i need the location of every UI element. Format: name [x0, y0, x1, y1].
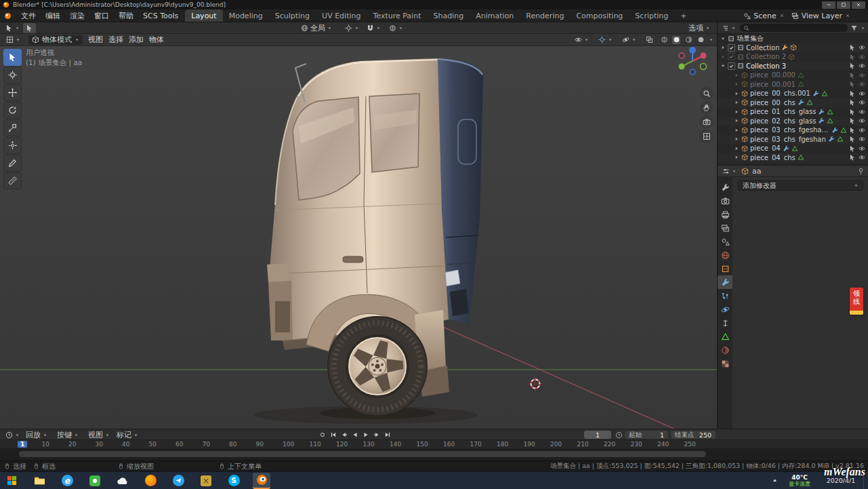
add-modifier-dropdown[interactable]: 添加修改器 [738, 180, 863, 191]
selectable-toggle-icon[interactable] [849, 136, 856, 142]
rotate-tool[interactable] [3, 102, 22, 119]
ruler-frame-label[interactable]: 210 [577, 441, 589, 448]
expand-arrow-icon[interactable] [734, 81, 739, 87]
outliner-row-collection[interactable]: Collection [718, 43, 868, 53]
timeline-menu-keying[interactable]: 按键 [54, 430, 81, 440]
outliner-row-object[interactable]: piece_00.001 [718, 80, 868, 90]
viewport-canvas[interactable] [0, 34, 717, 429]
transform-tool[interactable] [3, 137, 22, 154]
box-select-tool-button[interactable] [23, 23, 36, 33]
jump-to-start-button[interactable] [328, 430, 338, 439]
ruler-frame-label[interactable]: 90 [256, 441, 264, 448]
close-button[interactable] [852, 1, 865, 9]
unlink-scene-icon[interactable] [779, 13, 785, 18]
current-frame-field[interactable]: 1 [584, 431, 611, 439]
outliner-row-object[interactable]: piece_00_chs.001 [718, 89, 868, 98]
viewport-menu-select[interactable]: 选择 [108, 35, 123, 45]
frame-start-field[interactable]: 起始 1 [625, 431, 668, 439]
expand-arrow-icon[interactable] [720, 36, 726, 41]
taskbar-chat-app[interactable] [169, 473, 187, 489]
expand-arrow-icon[interactable] [734, 146, 739, 151]
eye-icon[interactable] [859, 154, 865, 161]
proportional-editing-toggle[interactable] [386, 23, 406, 33]
ruler-frame-label[interactable]: 50 [149, 441, 157, 448]
start-button[interactable] [3, 473, 20, 489]
ruler-frame-label[interactable]: 190 [524, 441, 535, 448]
axis-y-neg-handle[interactable] [701, 64, 707, 70]
outliner-row-object[interactable]: piece_03_chs_fgeshan [718, 135, 868, 144]
outliner-editor-dropdown[interactable] [720, 23, 737, 33]
auto-keying-toggle[interactable] [317, 430, 327, 439]
viewport-menu-object[interactable]: 物体 [149, 35, 164, 45]
selectable-toggle-icon[interactable] [849, 145, 856, 152]
tab-constraints[interactable] [718, 316, 732, 330]
ruler-frame-label[interactable]: 250 [684, 441, 696, 448]
selectable-toggle-icon[interactable] [849, 72, 856, 79]
outliner-row-object[interactable]: piece_04_chs [718, 153, 868, 163]
ruler-frame-label[interactable]: 240 [657, 441, 669, 448]
measure-tool[interactable] [3, 172, 22, 189]
viewport-3d[interactable]: 物体模式 视图 选择 添加 物体 [0, 34, 717, 429]
timeline-editor-dropdown[interactable] [3, 430, 22, 440]
expand-arrow-icon[interactable] [734, 155, 739, 160]
ruler-frame-label[interactable]: 10 [42, 441, 49, 448]
collection-checkbox[interactable] [728, 44, 735, 52]
shading-wireframe-button[interactable] [660, 36, 668, 44]
ruler-frame-label[interactable]: 170 [470, 441, 482, 448]
ruler-frame-label[interactable]: 80 [229, 441, 236, 448]
overlays-dropdown[interactable] [619, 35, 639, 45]
timeline-ruler[interactable]: 1102030405060708090100110120130140150160… [0, 439, 868, 448]
expand-arrow-icon[interactable] [734, 136, 739, 142]
outliner-row-object[interactable]: piece_01_chs_glass [718, 107, 868, 117]
tab-scripting[interactable]: Scripting [629, 9, 674, 22]
snap-toggle[interactable] [364, 23, 384, 33]
ruler-frame-label[interactable]: 200 [550, 441, 562, 448]
eye-icon[interactable] [859, 54, 865, 60]
ruler-frame-label[interactable]: 220 [604, 441, 615, 448]
object-visibility-dropdown[interactable] [572, 35, 592, 45]
expand-arrow-icon[interactable] [734, 118, 739, 123]
collection-checkbox[interactable] [728, 62, 735, 70]
ruler-frame-label[interactable]: 20 [68, 441, 76, 448]
shading-solid-button[interactable] [672, 36, 680, 44]
interaction-mode-dropdown[interactable]: 物体模式 [28, 35, 83, 45]
menu-file[interactable]: 文件 [21, 11, 36, 21]
outliner-search-input[interactable] [751, 24, 844, 32]
outliner-row-collection-3[interactable]: Collection 3 [718, 62, 868, 71]
menu-scs-tools[interactable]: SCS Tools [143, 12, 178, 20]
tool-options-dropdown[interactable]: 选项 [686, 23, 713, 33]
pin-icon[interactable] [857, 168, 865, 175]
ruler-frame-label[interactable]: 150 [417, 441, 428, 448]
cursor-tool[interactable] [3, 66, 22, 83]
selectable-toggle-icon[interactable] [849, 154, 856, 161]
axis-y-handle[interactable] [679, 64, 685, 70]
eye-icon[interactable] [859, 44, 865, 51]
expand-arrow-icon[interactable] [734, 73, 739, 78]
timeline-scrollbar[interactable] [19, 451, 706, 457]
selectable-toggle-icon[interactable] [849, 44, 856, 51]
timeline-menu-marker[interactable]: 标记 [114, 430, 141, 440]
shading-rendered-button[interactable] [697, 36, 705, 44]
tab-object[interactable] [718, 262, 732, 275]
transform-orientation-dropdown[interactable]: 全局 [298, 23, 335, 33]
active-tool-dropdown[interactable] [3, 23, 22, 33]
ruler-frame-label[interactable]: 230 [631, 441, 642, 448]
tab-scene[interactable] [718, 235, 732, 248]
taskbar-tools-app[interactable] [197, 473, 215, 489]
timeline-menu-view[interactable]: 视图 [85, 430, 112, 440]
expand-arrow-icon[interactable] [720, 54, 726, 60]
outliner-search-box[interactable] [740, 24, 848, 32]
taskbar-internet-explorer[interactable]: e [58, 473, 76, 489]
eye-icon[interactable] [859, 109, 865, 115]
remove-view-layer-icon[interactable] [845, 13, 850, 18]
eye-icon[interactable] [859, 99, 865, 106]
prev-keyframe-button[interactable] [339, 430, 349, 439]
axis-x-handle[interactable] [701, 53, 707, 59]
ruler-frame-label[interactable]: 70 [203, 441, 210, 448]
eye-icon[interactable] [859, 90, 865, 97]
outliner-row-object[interactable]: piece_00.000 [718, 71, 868, 80]
editor-type-dropdown[interactable] [3, 35, 23, 45]
desktop-sticker-widget[interactable]: 领 线 [850, 288, 863, 315]
ruler-frame-label[interactable]: 130 [363, 441, 375, 448]
frame-end-field[interactable]: 结束点 250 [671, 431, 716, 439]
